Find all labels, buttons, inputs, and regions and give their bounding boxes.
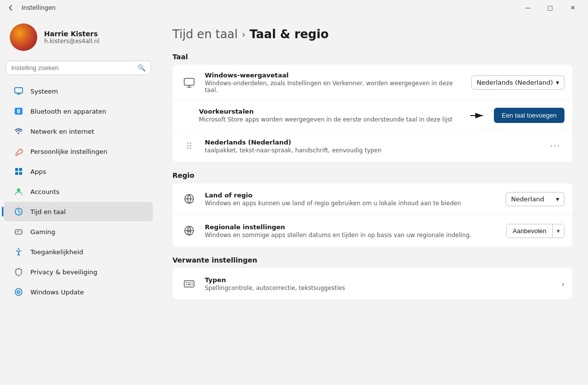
sidebar-item-bluetooth[interactable]: B Bluetooth en apparaten — [4, 101, 153, 121]
svg-point-8 — [17, 189, 21, 192]
svg-rect-23 — [190, 282, 191, 283]
weergavetaal-dropdown[interactable]: Nederlands (Nederland) ▾ — [471, 75, 564, 90]
sidebar-item-accounts[interactable]: Accounts — [4, 182, 153, 201]
sidebar-item-toegankelijkheid[interactable]: Toegankelijkheid — [4, 242, 153, 262]
sidebar-item-update[interactable]: Windows Update — [4, 282, 153, 302]
dropdown-value: Nederlands (Nederland) — [477, 79, 553, 86]
regionale-desc: Windows en sommige apps stellen datums e… — [205, 232, 499, 239]
sidebar-item-tijd[interactable]: Tijd en taal — [4, 202, 153, 221]
typen-row[interactable]: Typen Spellingcontrole, autocorrectie, t… — [172, 268, 572, 299]
land-desc: Windows en apps kunnen uw land of regio … — [205, 200, 499, 207]
sidebar-item-netwerk[interactable]: Netwerk en internet — [4, 121, 153, 141]
search-box[interactable]: 🔍 — [6, 61, 151, 75]
weergavetaal-action: Nederlands (Nederland) ▾ — [471, 75, 564, 90]
sidebar-item-label: Apps — [30, 168, 46, 175]
sidebar-item-apps[interactable]: Apps — [4, 162, 153, 181]
sidebar-item-label: Tijd en taal — [30, 208, 66, 216]
add-language-button[interactable]: Een taal toevoegen — [494, 108, 564, 123]
nederlands-text: Nederlands (Nederland) taalpakket, tekst… — [205, 139, 539, 154]
sidebar-item-persoonlijk[interactable]: Persoonlijke instellingen — [4, 142, 153, 161]
svg-rect-20 — [184, 281, 194, 287]
monitor-icon — [180, 74, 198, 92]
sidebar-item-label: Privacy & beveiliging — [30, 268, 98, 276]
nederlands-title: Nederlands (Nederland) — [205, 139, 539, 146]
avatar — [10, 24, 37, 51]
verwante-card: Typen Spellingcontrole, autocorrectie, t… — [172, 268, 572, 299]
app-title: Instellingen — [22, 4, 516, 11]
user-email: h.kisters@xs4all.nl — [44, 38, 99, 45]
regionale-title: Regionale instellingen — [205, 223, 499, 231]
svg-point-11 — [20, 231, 21, 232]
sidebar-item-privacy[interactable]: Privacy & beveiliging — [4, 262, 153, 282]
regio-section: Regio Land of regio Windows en apps kunn… — [172, 171, 572, 246]
sidebar-item-label: Systeem — [30, 88, 58, 95]
svg-rect-22 — [188, 282, 189, 283]
section-verwante-title: Verwante instellingen — [172, 256, 572, 264]
svg-rect-7 — [19, 172, 22, 175]
more-options-button[interactable]: ··· — [546, 140, 564, 153]
voorkeurstalen-row: Voorkeurstalen Microsoft Store apps word… — [172, 101, 572, 130]
regionale-dropdown-main[interactable]: Aanbevolen — [507, 224, 553, 238]
search-input[interactable] — [11, 64, 134, 72]
voorkeurstalen-action: Een taal toevoegen — [470, 108, 564, 123]
svg-rect-14 — [184, 78, 194, 85]
svg-rect-21 — [186, 282, 187, 283]
land-action: Nederland ▾ — [506, 192, 564, 206]
svg-rect-5 — [19, 168, 22, 171]
regionale-action: Aanbevolen ▾ — [506, 224, 564, 238]
user-name: Harrie Kisters — [44, 30, 99, 38]
user-profile: Harrie Kisters h.kisters@xs4all.nl — [0, 16, 157, 61]
voorkeurstalen-title: Voorkeurstalen — [199, 108, 464, 115]
page-header: Tijd en taal › Taal & regio — [172, 27, 572, 41]
regionale-split-dropdown[interactable]: Aanbevolen ▾ — [506, 224, 564, 238]
maximize-button[interactable]: □ — [539, 0, 562, 16]
sidebar-item-label: Persoonlijke instellingen — [30, 148, 107, 155]
chevron-down-icon: ▾ — [556, 79, 559, 86]
regionale-dropdown-arrow[interactable]: ▾ — [553, 224, 564, 238]
bluetooth-icon: B — [14, 106, 24, 116]
typen-title: Typen — [205, 276, 555, 284]
sidebar-item-gaming[interactable]: Gaming — [4, 222, 153, 241]
svg-rect-25 — [186, 284, 187, 285]
apps-icon — [14, 167, 24, 176]
monitor-icon — [14, 86, 24, 96]
typen-desc: Spellingcontrole, autocorrectie, tekstsu… — [205, 285, 555, 291]
voorkeurstalen-desc: Microsoft Store apps worden weergegeven … — [199, 116, 464, 123]
nav-list: Systeem B Bluetooth en apparaten — [0, 81, 157, 302]
keyboard-icon — [180, 275, 198, 292]
back-button[interactable] — [4, 1, 18, 15]
user-info: Harrie Kisters h.kisters@xs4all.nl — [44, 30, 99, 45]
taal-card: Windows-weergavetaal Windows-onderdelen,… — [172, 65, 572, 162]
drag-handle[interactable]: ⠿ — [180, 137, 198, 155]
svg-rect-26 — [188, 284, 191, 285]
nederlands-desc: taalpakket, tekst-naar-spraak, handschri… — [205, 147, 539, 154]
land-dropdown[interactable]: Nederland ▾ — [506, 192, 564, 206]
svg-point-12 — [18, 248, 20, 250]
window-controls: — □ ✕ — [516, 0, 584, 16]
close-button[interactable]: ✕ — [562, 0, 584, 16]
section-taal-title: Taal — [172, 53, 572, 61]
breadcrumb-separator: › — [242, 28, 245, 40]
chevron-down-icon: ▾ — [556, 195, 559, 203]
svg-rect-27 — [192, 284, 193, 285]
verwante-section: Verwante instellingen — [172, 256, 572, 299]
land-text: Land of regio Windows en apps kunnen uw … — [205, 192, 499, 207]
sidebar: Harrie Kisters h.kisters@xs4all.nl 🔍 Sys… — [0, 16, 157, 385]
person-icon — [14, 187, 24, 196]
svg-point-3 — [18, 133, 20, 134]
svg-text:B: B — [17, 109, 21, 114]
minimize-button[interactable]: — — [516, 0, 539, 16]
sidebar-item-label: Accounts — [30, 188, 59, 195]
chevron-right-icon: › — [562, 280, 564, 288]
svg-rect-0 — [15, 88, 23, 93]
sidebar-item-systeem[interactable]: Systeem — [4, 81, 153, 101]
land-row: Land of regio Windows en apps kunnen uw … — [172, 183, 572, 215]
dropdown-value: Nederland — [511, 195, 544, 203]
app-body: Harrie Kisters h.kisters@xs4all.nl 🔍 Sys… — [0, 16, 588, 385]
weergavetaal-title: Windows-weergavetaal — [205, 72, 465, 79]
svg-rect-6 — [15, 172, 18, 175]
svg-rect-10 — [15, 230, 22, 234]
svg-text:A: A — [188, 229, 191, 234]
weergavetaal-row: Windows-weergavetaal Windows-onderdelen,… — [172, 65, 572, 101]
gaming-icon — [14, 227, 24, 237]
